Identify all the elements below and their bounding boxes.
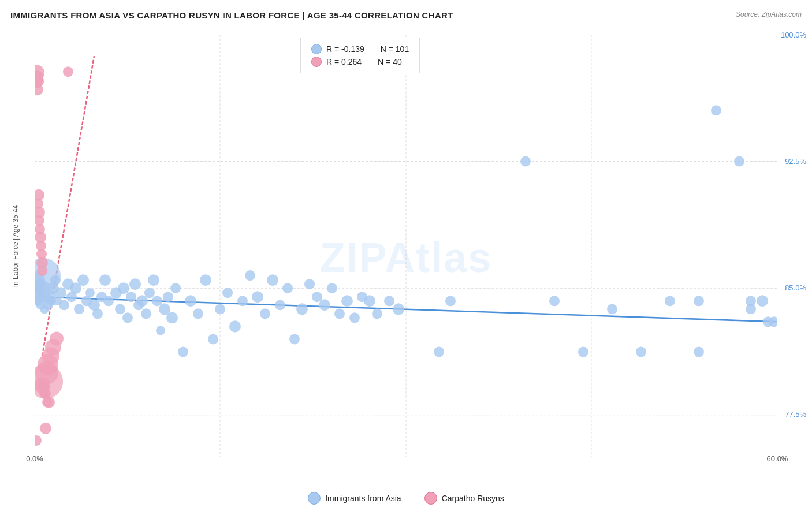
svg-point-74 (275, 300, 285, 310)
svg-point-88 (384, 296, 394, 306)
svg-point-55 (152, 296, 162, 306)
svg-point-136 (63, 66, 73, 77)
svg-point-40 (92, 308, 103, 319)
svg-point-69 (237, 296, 248, 306)
svg-point-94 (578, 346, 588, 357)
x-label-60: 60.0% (767, 454, 788, 463)
svg-point-121 (37, 266, 47, 276)
bottom-legend: Immigrants from Asia Carpatho Rusyns (0, 492, 812, 505)
svg-point-96 (636, 346, 646, 357)
legend-box: R = -0.139 N = 101 R = 0.264 N = 40 (300, 38, 420, 73)
svg-point-28 (50, 275, 61, 285)
y-label-92: 92.5% (785, 157, 806, 166)
svg-point-81 (327, 283, 337, 293)
svg-point-93 (549, 296, 560, 306)
svg-point-135 (40, 423, 51, 434)
svg-point-97 (665, 296, 675, 306)
svg-point-75 (282, 283, 293, 293)
svg-point-90 (434, 346, 444, 357)
x-label-0: 0.0% (26, 454, 43, 463)
svg-point-113 (35, 189, 44, 201)
svg-point-80 (319, 299, 330, 311)
svg-point-77 (296, 303, 308, 315)
svg-point-64 (200, 274, 211, 286)
bottom-legend-rusyn-label: Carpatho Rusyns (442, 494, 504, 503)
svg-point-134 (35, 435, 42, 446)
svg-point-89 (393, 303, 404, 315)
legend-r-blue: R = -0.139 (326, 44, 364, 54)
source-label: Source: ZipAtlas.com (736, 10, 802, 18)
svg-point-101 (734, 156, 744, 167)
svg-line-10 (42, 56, 94, 356)
bottom-legend-asia: Immigrants from Asia (308, 492, 401, 505)
scatter-plot (35, 35, 777, 457)
svg-point-52 (141, 308, 151, 319)
svg-point-31 (59, 300, 69, 310)
svg-point-49 (129, 278, 141, 290)
svg-point-43 (103, 296, 114, 306)
svg-point-65 (208, 334, 218, 344)
svg-point-133 (50, 331, 64, 345)
chart-area (35, 35, 777, 457)
svg-point-92 (520, 156, 531, 167)
legend-n-pink: N = 40 (378, 57, 402, 66)
legend-n-blue: N = 101 (381, 44, 409, 54)
svg-point-56 (156, 326, 165, 335)
svg-point-78 (304, 279, 315, 289)
svg-point-54 (148, 274, 159, 286)
y-label-100: 100.0% (781, 31, 806, 39)
y-label-85: 85.0% (785, 283, 806, 292)
svg-point-67 (222, 288, 233, 298)
svg-point-73 (267, 274, 278, 286)
svg-point-59 (166, 312, 178, 323)
svg-point-60 (170, 283, 181, 293)
svg-point-47 (122, 312, 133, 323)
svg-point-82 (334, 308, 345, 319)
svg-point-66 (215, 304, 225, 314)
legend-circle-blue (311, 44, 322, 54)
svg-point-103 (746, 296, 756, 306)
legend-r-pink: R = 0.264 (326, 57, 362, 66)
bottom-legend-circle-asia (308, 492, 321, 505)
svg-point-36 (77, 274, 89, 286)
bottom-legend-rusyn: Carpatho Rusyns (424, 492, 504, 505)
y-axis-label: In Labor Force | Age 35-44 (0, 35, 32, 457)
svg-point-84 (349, 312, 360, 323)
svg-point-38 (85, 288, 95, 297)
svg-point-35 (74, 304, 84, 314)
bottom-legend-circle-rusyn (424, 492, 437, 505)
y-label-77: 77.5% (785, 410, 806, 419)
svg-point-79 (312, 292, 322, 302)
svg-point-71 (252, 291, 263, 303)
svg-point-70 (245, 270, 255, 281)
svg-point-53 (144, 288, 155, 298)
svg-point-104 (757, 295, 768, 307)
svg-point-100 (711, 105, 721, 115)
svg-point-48 (126, 292, 136, 302)
svg-point-63 (193, 308, 203, 319)
bottom-legend-asia-label: Immigrants from Asia (325, 494, 401, 503)
chart-title: IMMIGRANTS FROM ASIA VS CARPATHO RUSYN I… (10, 10, 453, 20)
legend-circle-pink (311, 57, 322, 67)
svg-point-51 (136, 295, 148, 307)
svg-point-91 (445, 296, 456, 306)
legend-row-blue: R = -0.139 N = 101 (311, 44, 409, 54)
svg-point-87 (372, 308, 382, 319)
svg-point-95 (607, 304, 617, 314)
svg-point-68 (229, 320, 241, 332)
svg-point-45 (115, 304, 125, 314)
svg-point-72 (260, 308, 270, 319)
svg-point-61 (178, 346, 188, 357)
svg-point-62 (185, 295, 196, 307)
svg-point-58 (163, 292, 173, 302)
chart-container: IMMIGRANTS FROM ASIA VS CARPATHO RUSYN I… (0, 0, 812, 515)
legend-row-pink: R = 0.264 N = 40 (311, 57, 409, 67)
svg-point-98 (694, 346, 704, 357)
svg-point-99 (694, 296, 704, 306)
svg-point-83 (341, 295, 353, 307)
svg-point-46 (118, 282, 129, 294)
svg-point-86 (364, 295, 375, 307)
svg-point-76 (289, 334, 300, 344)
svg-point-42 (99, 274, 111, 286)
